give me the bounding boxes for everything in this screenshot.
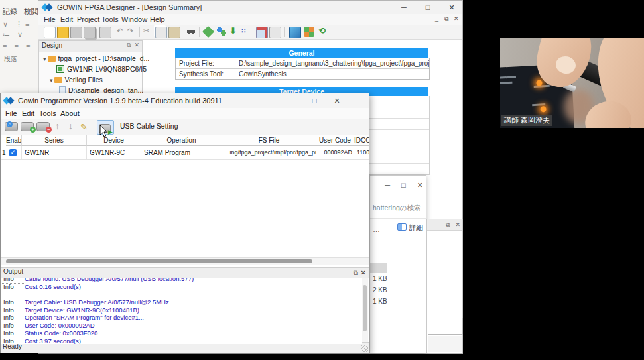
mdi-restore-icon[interactable]: ⧉ [444,15,448,23]
log-line: InfoOperation "SRAM Program" for device#… [1,314,362,322]
fs-file-cell[interactable]: ...ing/fpga_project/impl/pnr/fpga_projec… [222,146,316,160]
programmer-close-button[interactable]: ✕ [328,97,346,105]
scan-device-icon[interactable]: ⌕ [5,122,18,131]
col-device[interactable]: Device [87,135,141,146]
undo-icon[interactable]: ↶ [117,27,123,35]
menu-project[interactable]: Project [77,15,99,23]
print-icon[interactable] [99,27,111,38]
download-icon[interactable]: ⬇ [229,26,237,36]
float-icon[interactable]: ⧉ [354,269,358,277]
move-up-icon[interactable]: ↑ [55,121,60,131]
explorer-search-input[interactable]: hatteringの検索 [373,204,421,213]
col-fs-file[interactable]: FS File [222,135,316,146]
tree-item-device[interactable]: GW1NR-LV9QN88PC6/I5 [56,65,147,75]
menu-tools[interactable]: Tools [101,15,119,23]
col-operation[interactable]: Operation [141,135,222,146]
selected-file-row[interactable] [370,263,387,273]
indent-icons[interactable]: ≔ ∨ [3,30,25,39]
docked-panel-header[interactable]: ⧉ ✕ [427,219,462,231]
output-panel-title: Output [3,268,23,275]
close-icon[interactable]: ✕ [361,269,366,276]
list-format-icons[interactable]: ∨ ⋮≡ [3,20,32,29]
save-icon[interactable] [70,27,82,38]
horizontal-scrollbar[interactable] [1,257,369,265]
col-series[interactable]: Series [22,135,87,146]
copy-icon[interactable] [155,27,167,38]
output-panel-header[interactable]: Output ⧉ ✕ [1,267,369,278]
designer-maximize-button[interactable]: □ [419,3,436,11]
close-icon[interactable]: ✕ [134,42,139,48]
designer-minimize-button[interactable]: ─ [395,3,413,11]
design-panel-header[interactable]: ✕ ⧉ Design [39,41,142,52]
designer-close-button[interactable]: ✕ [443,3,460,12]
add-device-icon[interactable]: + [21,122,34,131]
menu-edit[interactable]: Edit [22,109,34,117]
explorer-minimize-button[interactable]: ─ [385,181,390,189]
netlist-icon[interactable] [269,27,281,38]
details-view-button[interactable]: 詳細 [397,223,423,233]
col-idcode[interactable]: IDCO [354,135,369,146]
mdi-minimize-icon[interactable]: _ [435,15,438,22]
scrollbar-thumb[interactable] [6,259,312,263]
programmer-title: Gowin Programmer Version 1.9.9 beta-4 Ed… [18,97,222,105]
more-icon[interactable]: … [373,225,380,233]
programmer-maximize-button[interactable]: □ [306,97,323,105]
explorer-close-button[interactable]: ✕ [417,181,423,189]
find-icon[interactable] [186,27,196,37]
output-log[interactable]: InfoCable found: USB Debugger A/0/577/nu… [1,277,362,344]
designer-titlebar[interactable]: GOWIN FPGA Designer - [Design Summary] ─… [38,1,462,15]
file-size: 1 KB [373,275,387,282]
place-route-icon[interactable] [216,27,227,37]
edit-operation-icon[interactable]: ✎ [80,122,88,132]
resize-grip[interactable] [361,345,368,352]
close-icon[interactable]: ✕ [455,221,460,228]
menu-help[interactable]: Help [150,15,165,23]
programmer-device-table: Enable Series Device Operation FS File U… [1,135,369,160]
user-code-cell[interactable]: ...000092AD [316,146,354,160]
menu-file[interactable]: File [44,15,56,23]
redo-icon[interactable]: ↷ [127,27,133,35]
new-file-icon[interactable] [44,27,56,38]
move-down-icon[interactable]: ↓ [68,121,73,131]
device-cell[interactable]: GW1NR-9C [87,146,141,160]
programmer-icon[interactable] [289,27,301,38]
float-icon[interactable]: ⧉ [127,42,131,49]
panel-field[interactable] [428,318,463,335]
ip-blocks-icon[interactable] [304,27,314,37]
explorer-maximize-button[interactable]: □ [401,181,406,189]
menu-about[interactable]: About [60,109,80,117]
paste-icon[interactable] [168,27,180,38]
usb-cable-setting-label[interactable]: USB Cable Setting [120,122,178,130]
caret-down-icon[interactable]: ▾ [50,77,53,84]
open-icon[interactable] [57,27,69,38]
programmer-minimize-button[interactable]: ─ [282,97,299,105]
synthesize-icon[interactable] [202,26,214,38]
float-icon[interactable]: ⧉ [446,221,450,228]
cut-icon[interactable]: ✂ [143,27,149,35]
ribbon-tab-record[interactable]: 記録 [3,7,17,15]
save-all-icon[interactable] [84,27,96,38]
refresh-icon[interactable]: ⟲ [318,26,326,36]
ribbon-tab-review[interactable]: 校閲 [24,7,38,15]
timing-icon[interactable]: ∶∶ [241,27,247,35]
remove-device-icon[interactable]: − [36,122,50,131]
scrollbar-thumb[interactable] [363,285,367,331]
programmer-titlebar[interactable]: Gowin Programmer Version 1.9.9 beta-4 Ed… [1,93,369,109]
mdi-close-icon[interactable]: ✕ [454,15,459,22]
log-line: InfoCost 3.97 second(s) [1,337,362,345]
col-user-code[interactable]: User Code [316,135,354,146]
caret-down-icon[interactable]: ▾ [43,56,46,62]
enable-checkbox[interactable]: ✓ [9,149,17,156]
series-cell[interactable]: GW1NR [22,146,87,160]
menu-edit[interactable]: Edit [60,15,73,23]
menu-tools[interactable]: Tools [39,109,56,117]
operation-cell[interactable]: SRAM Program [141,146,222,160]
floorplan-icon[interactable] [256,27,268,38]
idcode-cell[interactable]: 110048 [354,146,369,160]
menu-window[interactable]: Window [121,15,147,23]
col-enable[interactable]: Enable [6,135,22,146]
menu-file[interactable]: File [5,109,17,117]
tree-item-verilog-files[interactable]: ▾Verilog Files [50,76,103,86]
align-icons[interactable]: ≡ ≡ ≡ [3,41,32,49]
tree-item-project[interactable]: ▾fpga_project - [D:\sample_d... [43,54,149,64]
